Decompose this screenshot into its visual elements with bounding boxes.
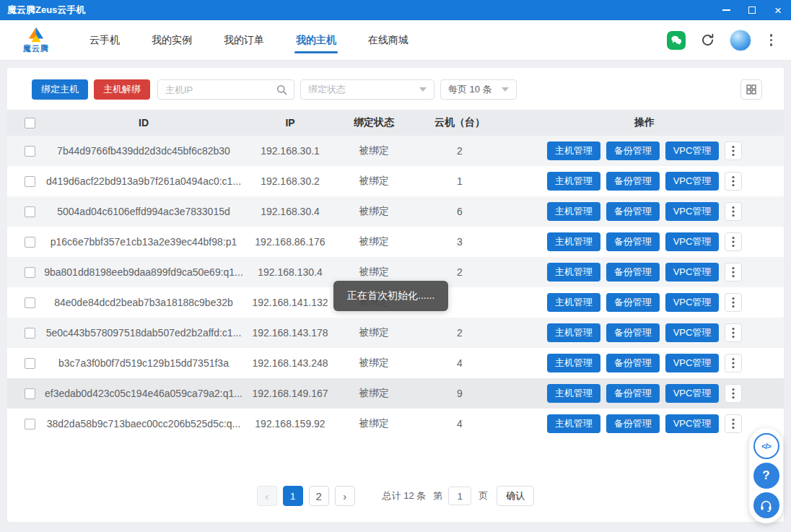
row-checkbox[interactable] [25,237,35,248]
host-manage-button[interactable]: 主机管理 [547,384,600,403]
row-more-button[interactable] [725,414,742,433]
backup-manage-button[interactable]: 备份管理 [606,354,660,372]
refresh-button[interactable] [700,32,715,48]
row-ip: 192.168.130.4 [247,266,333,278]
select-all-checkbox[interactable] [25,118,35,128]
nav-item-label: 我的订单 [224,34,264,47]
wechat-icon[interactable] [667,31,686,50]
dev-code-button[interactable]: </> [753,433,779,459]
nav-item-my-instances[interactable]: 我的实例 [136,20,208,60]
row-ip: 192.168.30.4 [247,206,333,217]
titlebar: 魔云腾Zeus云手机 × [0,0,791,20]
row-checkbox[interactable] [25,146,35,157]
unbind-host-button[interactable]: 主机解绑 [94,79,150,100]
vpc-manage-button[interactable]: VPC管理 [665,414,720,433]
row-checkbox[interactable] [25,206,35,217]
row-status: 被绑定 [333,357,414,370]
next-page-button[interactable]: › [335,486,355,506]
backup-manage-button[interactable]: 备份管理 [606,384,660,403]
row-checkbox[interactable] [25,176,35,187]
page-size-select[interactable]: 每页 10 条 [440,79,517,100]
table-row: p16c6e7bbf357e1cb13a2e39ec44bf98:p1192.1… [7,227,784,257]
row-more-button[interactable] [725,202,742,221]
vpc-manage-button[interactable]: VPC管理 [665,141,720,160]
row-checkbox[interactable] [25,297,35,308]
column-header-ip: IP [247,117,333,128]
backup-manage-button[interactable]: 备份管理 [606,323,660,342]
vpc-manage-button[interactable]: VPC管理 [665,232,720,251]
grid-icon [746,84,756,95]
nav-item-cloud-phone[interactable]: 云手机 [74,20,136,60]
bind-host-button[interactable]: 绑定主机 [32,79,88,100]
vpc-manage-button[interactable]: VPC管理 [665,323,720,342]
toolbar: 绑定主机 主机解绑 绑定状态 每页 10 条 [7,68,784,110]
row-status: 被绑定 [333,387,414,400]
row-more-button[interactable] [725,141,742,160]
confirm-button[interactable]: 确认 [497,486,534,506]
search-input[interactable] [158,84,276,95]
backup-manage-button[interactable]: 备份管理 [606,172,660,191]
backup-manage-button[interactable]: 备份管理 [606,202,660,221]
nav-item-my-hosts[interactable]: 我的主机 [280,20,352,60]
row-actions: 主机管理备份管理VPC管理 [505,323,784,342]
support-button[interactable] [753,492,779,518]
minimize-button[interactable] [713,0,739,20]
page-numbers: 12 [283,486,329,506]
backup-manage-button[interactable]: 备份管理 [606,414,660,433]
row-id: 5e0c443b578097518dab507ed2b2affd:c1... [40,327,247,339]
row-ip: 192.168.159.92 [247,418,333,429]
maximize-icon [748,6,756,14]
row-checkbox[interactable] [25,419,35,429]
help-button[interactable]: ? [753,463,779,489]
backup-manage-button[interactable]: 备份管理 [606,141,660,160]
vpc-manage-button[interactable]: VPC管理 [665,172,720,191]
row-cloud-count: 4 [414,357,505,369]
row-id: ef3edab0d423c05c194e46a059ca79a2:q1... [40,388,247,399]
vpc-manage-button[interactable]: VPC管理 [665,354,720,372]
vpc-manage-button[interactable]: VPC管理 [665,202,720,221]
row-checkbox[interactable] [25,328,35,339]
host-manage-button[interactable]: 主机管理 [547,232,600,251]
row-checkbox[interactable] [25,267,35,278]
backup-manage-button[interactable]: 备份管理 [606,263,660,282]
host-manage-button[interactable]: 主机管理 [547,354,600,372]
host-manage-button[interactable]: 主机管理 [547,172,600,191]
row-more-button[interactable] [725,354,742,372]
backup-manage-button[interactable]: 备份管理 [606,232,660,251]
host-manage-button[interactable]: 主机管理 [547,263,600,282]
row-ip: 192.168.30.2 [247,175,333,187]
vpc-manage-button[interactable]: VPC管理 [665,263,720,282]
page-button-2[interactable]: 2 [309,486,329,506]
row-more-button[interactable] [725,384,742,403]
host-manage-button[interactable]: 主机管理 [547,293,600,312]
bind-status-select[interactable]: 绑定状态 [300,79,434,100]
page-button-1[interactable]: 1 [283,486,303,506]
row-more-button[interactable] [725,293,742,312]
column-settings-button[interactable] [740,79,762,100]
close-button[interactable]: × [765,0,791,20]
row-more-button[interactable] [725,263,742,282]
page-jump-input[interactable] [448,487,471,505]
row-more-button[interactable] [725,323,742,342]
nav-item-online-store[interactable]: 在线商城 [352,20,424,60]
nav-item-my-orders[interactable]: 我的订单 [208,20,280,60]
row-actions: 主机管理备份管理VPC管理 [505,414,784,433]
vpc-manage-button[interactable]: VPC管理 [665,293,720,312]
host-manage-button[interactable]: 主机管理 [547,323,600,342]
prev-page-button[interactable]: ‹ [257,486,277,506]
search-icon[interactable] [276,84,287,95]
row-actions: 主机管理备份管理VPC管理 [505,232,784,251]
row-checkbox[interactable] [25,358,35,369]
backup-manage-button[interactable]: 备份管理 [606,293,660,312]
vpc-manage-button[interactable]: VPC管理 [665,384,720,403]
row-checkbox[interactable] [25,388,35,399]
user-avatar[interactable] [730,30,751,51]
host-manage-button[interactable]: 主机管理 [547,202,600,221]
row-cloud-count: 9 [414,388,505,399]
host-manage-button[interactable]: 主机管理 [547,414,600,433]
row-more-button[interactable] [725,232,742,251]
row-more-button[interactable] [725,172,742,191]
more-menu-icon[interactable] [766,31,777,49]
maximize-button[interactable] [739,0,765,20]
host-manage-button[interactable]: 主机管理 [547,141,600,160]
